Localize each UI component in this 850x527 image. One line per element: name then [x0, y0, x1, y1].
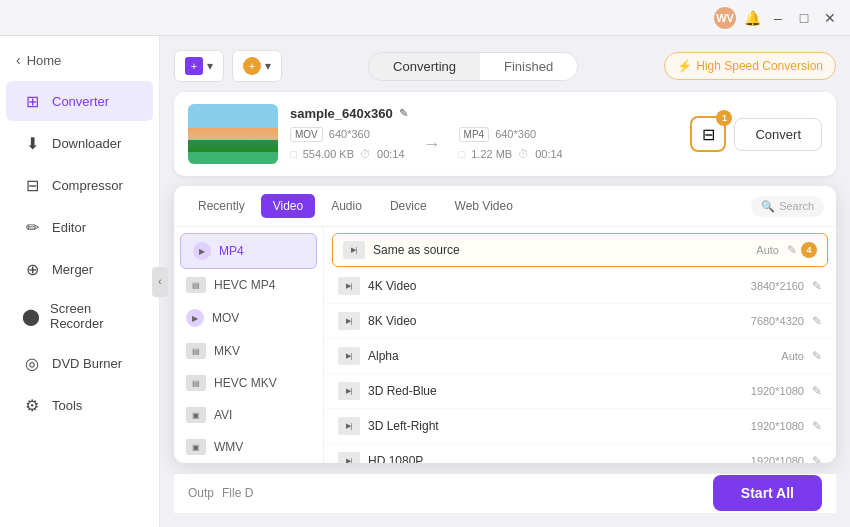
- format-presets: ▶| Same as source Auto ✎ 4 ▶| 4K Video 3…: [324, 227, 836, 463]
- format-label-mov: MOV: [212, 311, 239, 325]
- convert-button[interactable]: Convert: [734, 118, 822, 151]
- add-files-label: ▾: [207, 59, 213, 73]
- start-all-button[interactable]: Start All: [713, 475, 822, 511]
- output-format-badge: MP4: [459, 127, 490, 142]
- file-name: sample_640x360 ✎: [290, 106, 678, 121]
- format-label-hevc-mkv: HEVC MKV: [214, 376, 277, 390]
- dvd-burner-icon: ◎: [22, 353, 42, 373]
- tab-video[interactable]: Video: [261, 194, 315, 218]
- preset-8k-video[interactable]: ▶| 8K Video 7680*4320 ✎: [324, 304, 836, 339]
- sidebar-item-merger[interactable]: ⊕ Merger: [6, 249, 153, 289]
- tools-icon: ⚙: [22, 395, 42, 415]
- format-item-hevc-mkv[interactable]: ▤ HEVC MKV: [174, 367, 323, 399]
- arrow-icon: →: [415, 134, 449, 155]
- output-size-row: □ 1.22 MB ⏱ 00:14: [459, 148, 563, 160]
- close-button[interactable]: ✕: [822, 10, 838, 26]
- search-icon: 🔍: [761, 200, 775, 213]
- preset-3d-red-blue[interactable]: ▶| 3D Red-Blue 1920*1080 ✎: [324, 374, 836, 409]
- source-duration: 00:14: [377, 148, 405, 160]
- sidebar-collapse-button[interactable]: ‹: [152, 267, 168, 297]
- sidebar-item-dvd-burner[interactable]: ◎ DVD Burner: [6, 343, 153, 383]
- editor-icon: ✏: [22, 217, 42, 237]
- preset-alpha-icon: ▶|: [338, 347, 360, 365]
- preset-8k-edit-icon[interactable]: ✎: [812, 314, 822, 328]
- preset-8k-res: 7680*4320: [751, 315, 804, 327]
- sidebar-back-label: Home: [27, 53, 62, 68]
- toolbar: + ▾ + ▾ Converting Finished ⚡ High Speed…: [174, 50, 836, 82]
- sidebar-item-screen-recorder[interactable]: ⬤ Screen Recorder: [6, 291, 153, 341]
- preset-4k-icon: ▶|: [338, 277, 360, 295]
- add-folder-button[interactable]: + ▾: [232, 50, 282, 82]
- tab-recently[interactable]: Recently: [186, 194, 257, 218]
- sidebar-item-screen-recorder-label: Screen Recorder: [50, 301, 137, 331]
- preset-same-as-source-edit-icon[interactable]: ✎: [787, 243, 797, 257]
- preset-same-as-source-icon: ▶|: [343, 241, 365, 259]
- preset-hd-1080p[interactable]: ▶| HD 1080P 1920*1080 ✎: [324, 444, 836, 463]
- preset-3d-red-blue-res: 1920*1080: [751, 385, 804, 397]
- format-label-avi: AVI: [214, 408, 232, 422]
- mkv-icon: ▤: [186, 343, 206, 359]
- add-folder-label: ▾: [265, 59, 271, 73]
- preset-4k-name: 4K Video: [368, 279, 751, 293]
- minimize-button[interactable]: –: [770, 10, 786, 26]
- sidebar-item-downloader[interactable]: ⬇ Downloader: [6, 123, 153, 163]
- thumbnail-image: [188, 104, 278, 164]
- merger-icon: ⊕: [22, 259, 42, 279]
- bottom-bar: Outp File D Start All: [174, 473, 836, 513]
- preset-alpha[interactable]: ▶| Alpha Auto ✎: [324, 339, 836, 374]
- add-files-button[interactable]: + ▾: [174, 50, 224, 82]
- wmv-icon: ▣: [186, 439, 206, 455]
- preset-3d-red-blue-edit-icon[interactable]: ✎: [812, 384, 822, 398]
- format-item-avi[interactable]: ▣ AVI: [174, 399, 323, 431]
- format-item-wmv[interactable]: ▣ WMV: [174, 431, 323, 463]
- preset-3d-left-right[interactable]: ▶| 3D Left-Right 1920*1080 ✎: [324, 409, 836, 444]
- maximize-button[interactable]: □: [796, 10, 812, 26]
- preset-4k-edit-icon[interactable]: ✎: [812, 279, 822, 293]
- tab-web-video[interactable]: Web Video: [443, 194, 525, 218]
- titlebar-controls: 🔔 – □ ✕: [744, 10, 838, 26]
- preset-4k-res: 3840*2160: [751, 280, 804, 292]
- high-speed-label: High Speed Conversion: [696, 59, 823, 73]
- tab-group: Converting Finished: [368, 52, 578, 81]
- preset-alpha-name: Alpha: [368, 349, 781, 363]
- sidebar-item-converter[interactable]: ⊞ Converter: [6, 81, 153, 121]
- format-item-mp4[interactable]: ▶ MP4: [180, 233, 317, 269]
- preset-hd-1080p-edit-icon[interactable]: ✎: [812, 454, 822, 463]
- preset-3d-red-blue-name: 3D Red-Blue: [368, 384, 751, 398]
- source-size-row: □ 554.00 KB ⏱ 00:14: [290, 148, 405, 160]
- preset-3d-left-right-icon: ▶|: [338, 417, 360, 435]
- format-item-mkv[interactable]: ▤ MKV: [174, 335, 323, 367]
- format-search[interactable]: 🔍 Search: [751, 196, 824, 217]
- edit-filename-icon[interactable]: ✎: [399, 107, 408, 120]
- sidebar-item-editor[interactable]: ✏ Editor: [6, 207, 153, 247]
- format-item-hevc-mp4[interactable]: ▤ HEVC MP4: [174, 269, 323, 301]
- tab-device[interactable]: Device: [378, 194, 439, 218]
- tab-audio[interactable]: Audio: [319, 194, 374, 218]
- preset-4k-video[interactable]: ▶| 4K Video 3840*2160 ✎: [324, 269, 836, 304]
- sidebar-item-tools[interactable]: ⚙ Tools: [6, 385, 153, 425]
- format-label-mp4: MP4: [219, 244, 244, 258]
- source-size: 554.00 KB: [303, 148, 354, 160]
- sidebar-item-merger-label: Merger: [52, 262, 93, 277]
- converter-icon: ⊞: [22, 91, 42, 111]
- format-item-mov[interactable]: ▶ MOV: [174, 301, 323, 335]
- preset-same-as-source[interactable]: ▶| Same as source Auto ✎ 4: [332, 233, 828, 267]
- notification-icon[interactable]: 🔔: [744, 10, 760, 26]
- format-body: ▶ MP4 ▤ HEVC MP4 ▶ MOV ▤ MKV: [174, 227, 836, 463]
- file-thumbnail: [188, 104, 278, 164]
- sidebar-item-compressor[interactable]: ⊟ Compressor: [6, 165, 153, 205]
- sidebar-wrapper: ‹ Home ⊞ Converter ⬇ Downloader ⊟ Compre…: [0, 36, 160, 527]
- add-folder-icon: +: [243, 57, 261, 75]
- output-format-row: MP4 640*360: [459, 127, 563, 142]
- high-speed-button[interactable]: ⚡ High Speed Conversion: [664, 52, 836, 80]
- sidebar-item-tools-label: Tools: [52, 398, 82, 413]
- preset-3d-left-right-edit-icon[interactable]: ✎: [812, 419, 822, 433]
- tab-converting[interactable]: Converting: [369, 53, 480, 80]
- sidebar-back-button[interactable]: ‹ Home: [0, 44, 159, 76]
- source-format-row: MOV 640*360: [290, 127, 405, 142]
- sidebar-item-compressor-label: Compressor: [52, 178, 123, 193]
- tab-finished[interactable]: Finished: [480, 53, 577, 80]
- format-select-button[interactable]: ⊟ 1: [690, 116, 726, 152]
- back-arrow-icon: ‹: [16, 52, 21, 68]
- preset-alpha-edit-icon[interactable]: ✎: [812, 349, 822, 363]
